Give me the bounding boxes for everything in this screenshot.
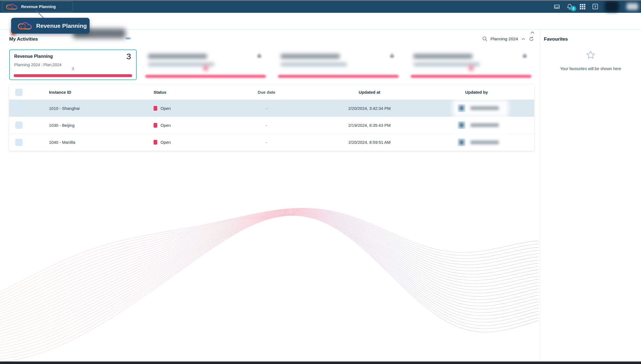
user-name-blurred — [470, 140, 499, 144]
notification-count-badge: 0 — [571, 6, 576, 11]
main-content: My Activities Planning 2024 Revenue Plan… — [0, 30, 540, 361]
blurred-card-progress-bar — [145, 75, 266, 78]
col-header-updated-at[interactable]: Updated at — [304, 90, 435, 95]
activities-filter[interactable]: Planning 2024 — [482, 36, 534, 42]
col-header-instance-id[interactable]: Instance ID — [40, 90, 145, 95]
blurred-card-count — [204, 66, 208, 71]
inbox-icon[interactable] — [553, 3, 560, 10]
col-header-status[interactable]: Status — [145, 90, 229, 95]
favourites-panel: Favourites Your favourites will be shown… — [540, 30, 641, 361]
col-header-updated-by[interactable]: Updated by — [435, 90, 534, 95]
row-checkbox[interactable] — [15, 105, 23, 112]
cell-updated-by-blurred — [455, 119, 506, 131]
help-icon[interactable]: ? — [592, 3, 599, 10]
filter-value[interactable]: Planning 2024 — [490, 36, 518, 41]
lock-icon — [389, 53, 395, 58]
cell-updated-at: 2/19/2024, 8:35:43 PM — [304, 123, 435, 128]
user-initials-blurred[interactable] — [627, 3, 638, 10]
table-row[interactable]: 1040 - Manilla Open - 2/20/2024, 8:59:51… — [9, 134, 534, 151]
svg-text:?: ? — [594, 4, 596, 9]
cell-status: Open — [161, 123, 171, 128]
star-icon — [585, 50, 596, 60]
card-title: Revenue Planning — [14, 54, 132, 59]
window-bottom-edge — [0, 361, 641, 364]
activity-card-revenue-planning[interactable]: Revenue Planning 3 Planning 2024 : Plan;… — [9, 49, 137, 80]
callout-title: Revenue Planning — [36, 23, 87, 29]
shell-bar — [0, 13, 641, 29]
revenue-planning-callout: Revenue Planning — [11, 18, 90, 34]
cell-instance-id: 1010 - Shanghai — [40, 106, 145, 111]
cell-status: Open — [161, 106, 171, 111]
activity-card-blurred[interactable] — [407, 49, 535, 80]
app-switcher-chip[interactable]: Revenue Planning — [2, 1, 73, 12]
col-header-due-date[interactable]: Due date — [229, 90, 304, 95]
cell-due-date: - — [229, 106, 304, 111]
refresh-icon[interactable] — [529, 36, 534, 42]
cell-instance-id: 1040 - Manilla — [40, 140, 145, 145]
user-avatar-blurred[interactable] — [605, 1, 619, 12]
search-icon[interactable] — [482, 36, 488, 42]
status-open-indicator — [154, 140, 157, 145]
cell-due-date: - — [229, 140, 304, 145]
user-avatar-blurred — [458, 138, 465, 146]
my-activities-title: My Activities — [9, 36, 38, 42]
status-open-indicator — [154, 106, 157, 111]
cell-updated-by-blurred — [455, 102, 506, 114]
cell-due-date: - — [229, 123, 304, 128]
user-avatar-blurred — [458, 121, 465, 129]
card-count: 3 — [126, 52, 131, 61]
card-progress-bar — [14, 74, 132, 77]
blurred-card-progress-bar — [411, 75, 531, 78]
card-bar-count: 3 — [10, 66, 136, 71]
blurred-card-title — [413, 54, 472, 59]
select-all-checkbox[interactable] — [15, 89, 23, 96]
blurred-card-title — [281, 54, 340, 59]
notifications-bell-icon[interactable]: 0 — [566, 3, 573, 10]
blurred-card-subtitle — [281, 63, 347, 66]
callout-cloud-logo-icon — [18, 20, 32, 31]
favourites-empty-text: Your favourites will be shown here — [540, 66, 641, 71]
instances-table: Instance ID Status Due date Updated at U… — [9, 85, 534, 151]
activity-card-blurred[interactable] — [275, 49, 402, 80]
wave-pattern-decoration — [0, 172, 540, 361]
user-avatar-blurred — [458, 104, 465, 112]
lock-icon — [522, 53, 527, 58]
app-window: Revenue Planning 0 — [0, 0, 641, 364]
app-grid-icon[interactable] — [579, 3, 586, 10]
table-header-row: Instance ID Status Due date Updated at U… — [9, 85, 534, 100]
status-open-indicator — [154, 123, 157, 128]
activity-card-blurred[interactable] — [142, 49, 269, 80]
chevron-up-icon[interactable] — [521, 36, 526, 41]
user-name-blurred — [470, 123, 499, 127]
app-cloud-logo-icon — [6, 2, 17, 11]
blurred-card-title — [148, 54, 207, 59]
table-row[interactable]: 1030 - Beijing Open - 2/19/2024, 8:35:43… — [9, 117, 534, 134]
page-title-underline-blurred — [126, 38, 130, 39]
cell-instance-id: 1030 - Beijing — [40, 123, 145, 128]
cell-updated-at: 2/20/2024, 8:59:51 AM — [304, 140, 435, 145]
row-checkbox[interactable] — [15, 122, 23, 129]
cell-status: Open — [161, 140, 171, 145]
blurred-card-count — [469, 66, 473, 71]
lock-icon — [257, 53, 262, 58]
blurred-card-progress-bar — [278, 75, 399, 78]
cell-updated-at: 2/20/2024, 3:42:34 PM — [304, 106, 435, 111]
row-checkbox[interactable] — [15, 139, 23, 146]
navbar-app-title: Revenue Planning — [21, 4, 56, 9]
user-name-blurred — [470, 106, 499, 110]
cell-updated-by-blurred — [455, 136, 506, 148]
window-top-edge — [0, 0, 641, 1]
favourites-title: Favourites — [544, 36, 568, 42]
table-row[interactable]: 1010 - Shanghai Open - 2/20/2024, 3:42:3… — [9, 100, 534, 117]
collapse-chevron-icon[interactable] — [529, 29, 536, 36]
top-navbar: Revenue Planning 0 — [0, 0, 641, 13]
